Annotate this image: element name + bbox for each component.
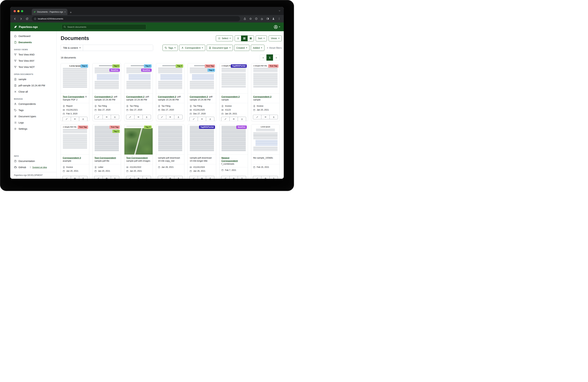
- correspondent-link[interactable]: Newest Correspondent: [221, 157, 238, 162]
- correspondent-filter-button[interactable]: Correspondent: [179, 45, 205, 51]
- current-page-button[interactable]: 1: [266, 54, 273, 61]
- tags-filter-button[interactable]: Tags: [163, 45, 178, 51]
- close-window-button[interactable]: [14, 10, 16, 12]
- document-thumbnail[interactable]: A Simple PDF File Test Tag: [61, 124, 89, 155]
- detail-view-button[interactable]: [248, 36, 254, 41]
- document-card[interactable]: A Simple PDF File Test Tag Correspondent…: [251, 63, 280, 121]
- table-view-button[interactable]: [235, 36, 241, 41]
- tag-badge[interactable]: TagWithPartial: [231, 64, 247, 68]
- document-card[interactable]: Tag 3 Test Correspondent: sample-pdf-wit…: [124, 124, 153, 179]
- address-bar[interactable]: localhost:4200/documents: [32, 16, 240, 21]
- back-button[interactable]: [12, 16, 18, 21]
- zoom-window-button[interactable]: [21, 10, 23, 12]
- reload-button[interactable]: [24, 16, 30, 21]
- download-button[interactable]: [174, 176, 183, 179]
- view-button[interactable]: [261, 115, 270, 119]
- new-tab-button[interactable]: [70, 11, 72, 14]
- document-title[interactable]: Correspondent 2: pdf-sample 10.24.48 PM: [156, 94, 184, 103]
- edit-button[interactable]: [63, 176, 71, 179]
- next-page-button[interactable]: »: [273, 54, 280, 61]
- tag-badge[interactable]: Test Tag: [268, 64, 278, 68]
- correspondent-link[interactable]: Correspondent 2: [126, 95, 144, 98]
- document-title[interactable]: sample-pdf-download-10-mb-longer-title: [188, 155, 216, 164]
- sidebar-item-documents[interactable]: Documents: [10, 39, 57, 45]
- view-button[interactable]: [134, 176, 143, 179]
- download-button[interactable]: [238, 117, 246, 121]
- select-button[interactable]: Select: [216, 36, 233, 41]
- edit-button[interactable]: [253, 115, 261, 119]
- document-card[interactable]: Tag 2NewOne Correspondent 2: pdf-sample …: [124, 63, 153, 121]
- browser-tab[interactable]: Documents - Paperless-ngx ×: [32, 9, 67, 15]
- profile-icon[interactable]: [271, 16, 276, 21]
- edit-button[interactable]: [189, 117, 198, 121]
- correspondent-link[interactable]: Test Correspondent: [126, 157, 147, 159]
- download-button[interactable]: [143, 115, 151, 119]
- edit-button[interactable]: [126, 115, 134, 119]
- search-input[interactable]: [67, 26, 144, 28]
- tag-badge[interactable]: Tag 2: [208, 69, 215, 72]
- download-button[interactable]: [79, 117, 87, 121]
- view-button[interactable]: [103, 176, 111, 179]
- sort-button[interactable]: Sort: [256, 36, 267, 41]
- edit-button[interactable]: [189, 176, 198, 179]
- tag-badge[interactable]: Tag 3: [112, 64, 120, 68]
- tag-badge[interactable]: Test Tag: [78, 125, 88, 129]
- document-card[interactable]: sample-pdf-download-10-mb copy_red Jan 2…: [156, 124, 185, 179]
- tag-badge[interactable]: Tag 3: [112, 130, 120, 133]
- document-thumbnail[interactable]: TagWithPartial: [188, 124, 216, 155]
- view-button[interactable]: [261, 176, 270, 179]
- document-title[interactable]: file-sample_150kBs: [251, 155, 279, 164]
- document-thumbnail[interactable]: Test TagTag 2: [188, 63, 216, 94]
- view-button[interactable]: [71, 117, 79, 121]
- document-thumbnail[interactable]: A Simple PDF File Test Tag: [251, 63, 279, 94]
- view-button[interactable]: [103, 115, 111, 119]
- document-thumbnail[interactable]: A Simple PDF File TagWithPartial: [220, 63, 248, 94]
- correspondent-link[interactable]: Test Correspondent: [63, 95, 84, 98]
- view-button[interactable]: [71, 176, 79, 179]
- document-thumbnail[interactable]: [156, 124, 184, 155]
- site-info-icon[interactable]: [34, 18, 36, 20]
- tag-badge[interactable]: Tag 3: [176, 64, 183, 68]
- tab-overview-chevron-icon[interactable]: [278, 10, 281, 12]
- suggest-idea-link[interactable]: Suggest an idea: [29, 166, 47, 168]
- document-card[interactable]: Test TagTag 2 Correspondent 2: pdf-sampl…: [188, 63, 216, 121]
- view-button[interactable]: [198, 117, 206, 121]
- document-title[interactable]: Correspondent 2: asample: [61, 155, 89, 164]
- page-info-icon[interactable]: [253, 16, 259, 21]
- sidebar-item-pdf-sample-10-24-48-pm[interactable]: pdf-sample 10.24.48 PM: [10, 82, 57, 89]
- document-title[interactable]: Test Correspondent: sample-pdf-with-imag…: [124, 155, 153, 164]
- tag-badge[interactable]: Test Tag: [205, 64, 215, 68]
- added-filter-button[interactable]: Added: [251, 45, 264, 51]
- sidebar-item-documentation[interactable]: Documentation: [10, 158, 57, 164]
- view-button[interactable]: [230, 176, 238, 179]
- url-text[interactable]: localhost:4200/documents: [38, 18, 63, 20]
- document-thumbnail[interactable]: Lorem ipsum: [251, 124, 279, 155]
- edit-button[interactable]: [158, 115, 166, 119]
- document-title[interactable]: Newest Correspondent: f_combineds: [220, 155, 248, 167]
- browser-menu-icon[interactable]: [276, 16, 282, 21]
- document-card[interactable]: TagWithPartial sample-pdf-download-10-mb…: [188, 124, 216, 179]
- document-title[interactable]: sample-pdf-download-10-mb copy_red: [156, 155, 184, 164]
- download-button[interactable]: [270, 176, 278, 179]
- share-icon[interactable]: [242, 16, 248, 21]
- document-card[interactable]: A Simple PDF File Test Tag Correspondent…: [61, 124, 89, 179]
- view-button[interactable]: [166, 115, 174, 119]
- edit-button[interactable]: [126, 176, 134, 179]
- correspondent-link[interactable]: Correspondent 2: [158, 95, 176, 98]
- document-thumbnail[interactable]: Tag 3NewOne: [93, 63, 121, 94]
- document-card[interactable]: Test TagTag 3 Test Correspondent: sample…: [92, 124, 121, 179]
- tag-badge[interactable]: NewOne: [141, 69, 152, 72]
- sidebar-item-dashboard[interactable]: Dashboard: [10, 33, 57, 39]
- document-type-filter-button[interactable]: Document type: [207, 45, 233, 51]
- document-thumbnail[interactable]: Tag 3: [124, 124, 153, 155]
- document-title[interactable]: Correspondent 2: pdf-sample 10.24.48 PM: [93, 94, 121, 103]
- correspondent-link[interactable]: Correspondent 2: [253, 95, 271, 98]
- filter-text-input[interactable]: [83, 45, 153, 51]
- sidebar-item-correspondents[interactable]: Correspondents: [10, 101, 57, 107]
- sidebar-item-sample[interactable]: sample: [10, 76, 57, 82]
- document-card[interactable]: A Simple PDF File TagWithPartial Corresp…: [219, 63, 248, 121]
- document-thumbnail[interactable]: Tag 2NewOne: [124, 63, 153, 94]
- document-title[interactable]: Test Correspondent: sample-pdf-file: [93, 155, 121, 164]
- sidebar-item-test-view-and[interactable]: Test View AND: [10, 51, 57, 58]
- global-search[interactable]: [62, 24, 146, 30]
